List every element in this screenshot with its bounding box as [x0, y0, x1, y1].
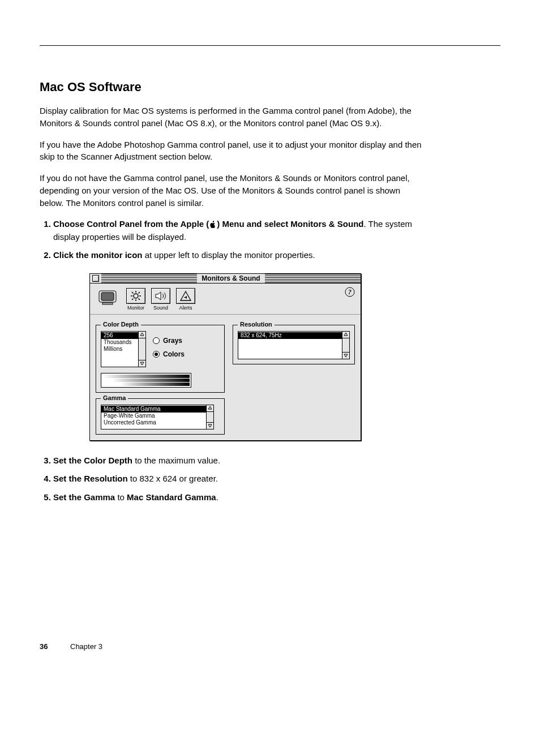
horizontal-rule	[40, 45, 500, 46]
toolbar-monitor-button[interactable]: Monitor	[126, 288, 145, 311]
window-titlebar[interactable]: Monitors & Sound	[90, 274, 361, 284]
scroll-up-arrow-icon[interactable]	[207, 405, 213, 412]
list-item[interactable]: Thousands	[101, 339, 138, 346]
radio-icon	[153, 351, 160, 358]
grays-radio[interactable]: Grays	[153, 337, 185, 345]
alert-triangle-icon	[179, 290, 192, 302]
scroll-track[interactable]	[139, 338, 145, 360]
section-title: Mac OS Software	[40, 80, 500, 94]
color-depth-list[interactable]: 256 Thousands Millions	[101, 331, 146, 367]
gamma-legend: Gamma	[101, 394, 128, 401]
colors-radio[interactable]: Colors	[153, 350, 185, 358]
color-depth-group: Color Depth 256 Thousands Millions	[96, 325, 225, 393]
list-item[interactable]: Mac Standard Gamma	[101, 406, 206, 413]
scrollbar[interactable]	[138, 332, 145, 367]
window-title: Monitors & Sound	[197, 274, 264, 282]
step-list-continued: Set the Color Depth to the maximum value…	[40, 454, 425, 504]
scrollbar[interactable]	[206, 405, 213, 429]
toolbar-monitor-label: Monitor	[127, 305, 144, 311]
toolbar: Monitor Sound Alerts	[90, 284, 361, 315]
paragraph: If you have the Adobe Photoshop Gamma co…	[40, 139, 425, 164]
page-number: 36	[40, 642, 48, 651]
list-item[interactable]: Millions	[101, 346, 138, 353]
colors-radio-label: Colors	[163, 350, 185, 358]
svg-point-3	[134, 294, 138, 298]
scroll-down-arrow-icon[interactable]	[207, 422, 213, 429]
toolbar-alerts-label: Alerts	[179, 305, 192, 311]
svg-line-9	[139, 298, 140, 300]
titlebar-stripes	[265, 274, 361, 283]
titlebar-stripes	[101, 274, 197, 283]
help-icon: ?	[345, 287, 355, 297]
paragraph: Display calibration for Mac OS systems i…	[40, 105, 425, 130]
scroll-up-arrow-icon[interactable]	[342, 332, 349, 338]
color-depth-legend: Color Depth	[101, 321, 141, 328]
window-close-button[interactable]	[92, 275, 99, 282]
resolution-list[interactable]: 832 x 624, 75Hz	[238, 331, 350, 359]
list-item[interactable]: 832 x 624, 75Hz	[238, 332, 342, 339]
list-item[interactable]: Page-White Gamma	[101, 413, 206, 419]
monitors-and-sound-window: Monitors & Sound	[89, 273, 361, 441]
radio-icon	[153, 337, 160, 344]
toolbar-alerts-button[interactable]: Alerts	[176, 288, 195, 311]
svg-rect-1	[101, 293, 114, 300]
step-5: Set the Gamma to Mac Standard Gamma.	[53, 491, 425, 504]
svg-line-11	[132, 298, 134, 300]
crt-monitor-icon	[97, 289, 119, 306]
resolution-legend: Resolution	[238, 321, 275, 328]
monitor-device-icon[interactable]	[96, 288, 121, 308]
list-item[interactable]: 256	[101, 332, 138, 339]
scroll-track[interactable]	[207, 412, 213, 422]
brightness-icon	[130, 290, 142, 302]
svg-rect-2	[102, 303, 113, 304]
svg-line-8	[132, 292, 134, 294]
speaker-icon	[155, 291, 167, 301]
svg-line-10	[139, 292, 140, 294]
scroll-up-arrow-icon[interactable]	[139, 332, 145, 338]
grays-radio-label: Grays	[163, 337, 182, 345]
help-button[interactable]: ?	[345, 287, 355, 297]
scroll-track[interactable]	[342, 338, 349, 352]
scroll-down-arrow-icon[interactable]	[139, 360, 145, 367]
toolbar-sound-button[interactable]: Sound	[151, 288, 170, 311]
gamma-list[interactable]: Mac Standard Gamma Page-White Gamma Unco…	[101, 405, 214, 429]
step-list: Choose Control Panel from the Apple ( ) …	[40, 218, 425, 262]
toolbar-sound-label: Sound	[153, 305, 168, 311]
chapter-label: Chapter 3	[70, 642, 102, 651]
list-item[interactable]: Uncorrected Gamma	[101, 419, 206, 426]
gamma-group: Gamma Mac Standard Gamma Page-White Gamm…	[96, 398, 225, 435]
step-2: Click the monitor icon at upper left to …	[53, 249, 425, 262]
resolution-group: Resolution 832 x 624, 75Hz	[233, 325, 355, 364]
step-3: Set the Color Depth to the maximum value…	[53, 454, 425, 467]
step-4: Set the Resolution to 832 x 624 or great…	[53, 472, 425, 486]
scrollbar[interactable]	[342, 332, 349, 359]
paragraph: If you do not have the Gamma control pan…	[40, 172, 425, 209]
step-1: Choose Control Panel from the Apple ( ) …	[53, 218, 425, 243]
svg-text:?: ?	[348, 288, 352, 296]
apple-icon	[209, 221, 217, 229]
scroll-down-arrow-icon[interactable]	[342, 352, 349, 359]
color-gradient-preview	[101, 373, 191, 388]
